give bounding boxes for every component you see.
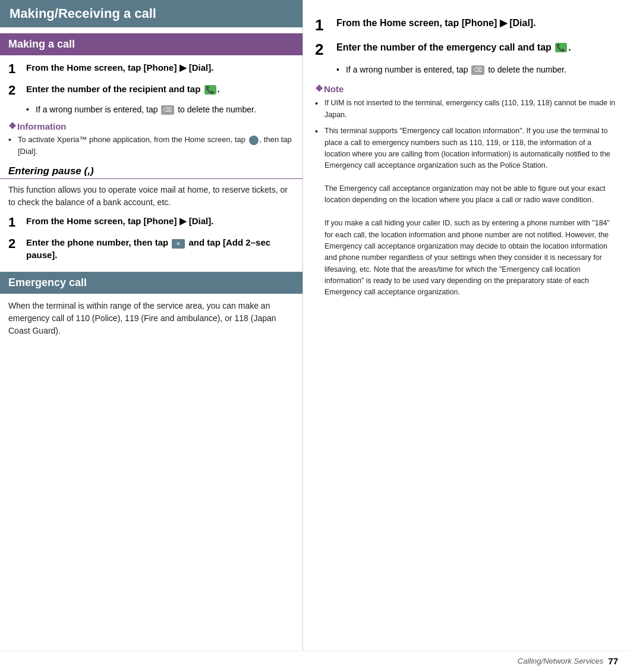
- note-bullet-1-text: If UIM is not inserted to the terminal, …: [325, 98, 618, 121]
- pause-step-2-number: 2: [8, 236, 26, 252]
- step-2-text: Enter the number of the recipient and ta…: [26, 83, 294, 95]
- circle-icon: [249, 136, 259, 145]
- entering-pause-label: Entering pause (,): [8, 165, 94, 177]
- right-step-2-sub: • If a wrong number is entered, tap ⌫ to…: [336, 65, 618, 75]
- info-bullet-1: • To activate Xperia™ phone application,…: [8, 134, 294, 157]
- pause-step-1-number: 1: [8, 215, 26, 230]
- footer-page-number: 77: [608, 656, 618, 666]
- making-a-call-header: Making a call: [0, 33, 303, 55]
- pause-step-2: 2 Enter the phone number, then tap ≡ and…: [8, 236, 294, 261]
- entering-pause-description: This function allows you to operate voic…: [0, 184, 303, 209]
- pause-step-2-text: Enter the phone number, then tap ≡ and t…: [26, 236, 294, 261]
- step-2-number: 2: [8, 83, 26, 98]
- right-step-2-bullet: • If a wrong number is entered, tap ⌫ to…: [336, 65, 618, 75]
- info-bullet-dot: •: [8, 134, 15, 146]
- pause-step-1: 1 From the Home screen, tap [Phone] ▶ [D…: [8, 215, 294, 230]
- left-column: Making/Receiving a call Making a call 1 …: [0, 0, 303, 651]
- information-content: • To activate Xperia™ phone application,…: [8, 134, 294, 157]
- emergency-call-description: When the terminal is within range of the…: [0, 300, 303, 337]
- divider: [0, 178, 303, 179]
- pause-step-1-text: From the Home screen, tap [Phone] ▶ [Dia…: [26, 215, 294, 227]
- menu-icon: ≡: [172, 239, 185, 249]
- right-delete-icon: ⌫: [471, 65, 484, 75]
- right-step-2-number: 2: [315, 41, 336, 58]
- right-phone-icon: [555, 43, 567, 52]
- entering-pause-title: Entering pause (,): [0, 165, 303, 177]
- info-bullet-text: To activate Xperia™ phone application, f…: [18, 134, 294, 157]
- emergency-call-title: Emergency call: [8, 277, 87, 288]
- step-1-text: From the Home screen, tap [Phone] ▶ [Dia…: [26, 61, 294, 74]
- step-2: 2 Enter the number of the recipient and …: [8, 83, 294, 98]
- note-bullet-dot-2: •: [315, 125, 322, 139]
- note-header: Note: [315, 83, 618, 94]
- right-column: 1 From the Home screen, tap [Phone] ▶ [D…: [303, 0, 630, 651]
- information-header: Information: [8, 121, 294, 131]
- note-bullet-dot-1: •: [315, 98, 322, 111]
- main-header-text: Making/Receiving a call: [10, 6, 156, 21]
- bullet-dot: •: [26, 105, 33, 114]
- delete-icon: ⌫: [161, 105, 174, 115]
- step-2-sub: • If a wrong number is entered, tap ⌫ to…: [26, 105, 294, 115]
- phone-icon: [204, 85, 216, 95]
- right-step-1: 1 From the Home screen, tap [Phone] ▶ [D…: [315, 17, 618, 34]
- page-footer: Calling/Network Services 77: [0, 651, 630, 672]
- note-content: • If UIM is not inserted to the terminal…: [315, 98, 618, 298]
- entering-pause-desc-text: This function allows you to operate voic…: [8, 185, 288, 207]
- right-bullet-dot: •: [336, 65, 344, 74]
- right-step-2: 2 Enter the number of the emergency call…: [315, 41, 618, 58]
- emergency-call-desc-text: When the terminal is within range of the…: [8, 301, 276, 335]
- information-label: Information: [17, 121, 67, 131]
- entering-pause-content: 1 From the Home screen, tap [Phone] ▶ [D…: [0, 215, 303, 261]
- step-2-bullet-text: If a wrong number is entered, tap ⌫ to d…: [36, 105, 256, 115]
- right-step-2-text: Enter the number of the emergency call a…: [336, 41, 618, 54]
- footer-label: Calling/Network Services: [518, 657, 604, 665]
- note-label: Note: [324, 84, 344, 94]
- page-container: Making/Receiving a call Making a call 1 …: [0, 0, 630, 651]
- step-1-number: 1: [8, 61, 26, 77]
- emergency-call-header: Emergency call: [0, 272, 303, 294]
- step-1: 1 From the Home screen, tap [Phone] ▶ [D…: [8, 61, 294, 77]
- making-a-call-title: Making a call: [8, 38, 75, 50]
- step-2-bullet-1: • If a wrong number is entered, tap ⌫ to…: [26, 105, 294, 115]
- note-bullet-2: • This terminal supports "Emergency call…: [315, 125, 618, 299]
- note-bullet-2-text: This terminal supports "Emergency call l…: [325, 125, 618, 299]
- right-step-1-number: 1: [315, 17, 336, 34]
- main-header: Making/Receiving a call: [0, 0, 303, 27]
- right-step-1-text: From the Home screen, tap [Phone] ▶ [Dia…: [336, 17, 618, 30]
- note-bullet-1: • If UIM is not inserted to the terminal…: [315, 98, 618, 121]
- making-a-call-content: 1 From the Home screen, tap [Phone] ▶ [D…: [0, 61, 303, 157]
- right-step-2-bullet-text: If a wrong number is entered, tap ⌫ to d…: [346, 65, 566, 75]
